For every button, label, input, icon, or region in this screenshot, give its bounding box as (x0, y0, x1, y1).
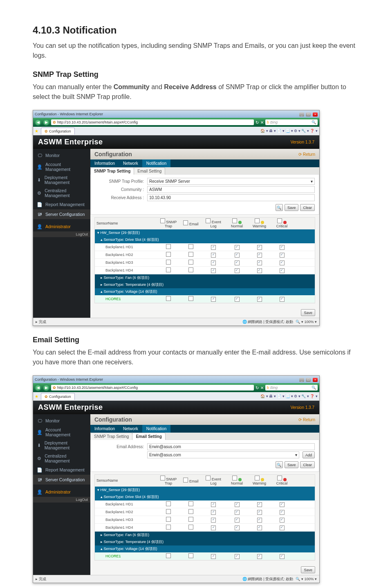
tab-network[interactable]: Network (119, 425, 142, 433)
logout-button[interactable]: LogOut (33, 497, 90, 503)
group-drive-slot[interactable]: ▴ SensorType: Drive Slot (4 個項目) (95, 236, 315, 243)
add-button[interactable]: Add (303, 451, 315, 458)
tab-information[interactable]: Information (90, 425, 119, 433)
sidebar-item-account[interactable]: 👤Account Management (33, 426, 90, 439)
checkbox[interactable] (280, 297, 285, 302)
checkbox[interactable] (188, 267, 193, 272)
favorites-icon[interactable]: ★ (35, 394, 38, 399)
checkbox[interactable] (166, 252, 171, 257)
checkbox[interactable] (280, 518, 285, 523)
minimize-icon[interactable]: _ (299, 112, 304, 117)
checkbox[interactable] (166, 517, 171, 522)
back-icon[interactable]: ◀ (35, 119, 41, 126)
checkbox[interactable] (257, 297, 262, 302)
close-icon[interactable]: × (313, 112, 318, 117)
email-address-input[interactable]: Erwin@asus.com (147, 443, 315, 450)
zoom-level[interactable]: 🔍 ▾ 100% ▾ (296, 577, 317, 581)
checkbox[interactable] (232, 476, 237, 480)
group-drive-slot[interactable]: ▴ SensorType: Drive Slot (4 個項目) (95, 494, 315, 500)
subtab-snmp[interactable]: SNMP Trap Setting (90, 167, 134, 175)
forward-icon[interactable]: ▶ (43, 384, 49, 391)
checkbox[interactable] (235, 510, 240, 515)
checkbox[interactable] (183, 220, 188, 225)
search-go-icon[interactable]: 🔍 (312, 386, 316, 390)
checkbox[interactable] (280, 510, 285, 515)
tab-information[interactable]: Information (90, 159, 119, 167)
ie-toolbar[interactable]: 🏠 ▾ 🖶 ▾ 📄 ▾ 📃 ▾ ⚙ ▾ 🔧 ▾ ❓ ▾ (260, 394, 318, 398)
checkbox[interactable] (280, 245, 285, 250)
subtab-snmp[interactable]: SNMP Trap Setting (90, 433, 132, 440)
sidebar-item-account[interactable]: 👤Account Management (33, 160, 90, 173)
checkbox[interactable] (257, 518, 262, 523)
checkbox[interactable] (232, 218, 237, 223)
search-bar[interactable]: b Bing 🔍 (265, 119, 318, 125)
checkbox[interactable] (166, 244, 171, 249)
clear-button[interactable]: Clear (300, 461, 315, 468)
checkbox[interactable] (280, 554, 285, 559)
save-button[interactable]: Save (285, 461, 299, 468)
favorites-icon[interactable]: ★ (35, 129, 38, 133)
search-go-icon[interactable]: 🔍 (312, 120, 316, 124)
checkbox[interactable] (188, 501, 193, 506)
checkbox[interactable] (257, 245, 262, 250)
checkbox[interactable] (235, 245, 240, 250)
checkbox[interactable] (211, 554, 216, 559)
checkbox[interactable] (211, 260, 216, 265)
checkbox[interactable] (277, 476, 282, 480)
checkbox[interactable] (188, 525, 193, 530)
checkbox[interactable] (183, 478, 188, 483)
checkbox[interactable] (235, 525, 240, 530)
checkbox[interactable] (160, 476, 165, 480)
save-button[interactable]: Save (285, 204, 299, 211)
checkbox[interactable] (280, 525, 285, 530)
sidebar-item-server-config[interactable]: 🖳Server Configuration (33, 475, 90, 485)
tab-notification[interactable]: Notification (142, 159, 170, 167)
logout-button[interactable]: LogOut (33, 231, 90, 237)
group-fan[interactable]: ▸ SensorType: Fan (6 個項目) (95, 532, 315, 539)
checkbox[interactable] (211, 518, 216, 523)
checkbox[interactable] (280, 268, 285, 273)
checkbox[interactable] (211, 297, 216, 302)
checkbox[interactable] (206, 476, 211, 480)
maximize-icon[interactable]: □ (306, 112, 311, 117)
checkbox[interactable] (280, 260, 285, 265)
zoom-level[interactable]: 🔍 ▾ 100% ▾ (296, 320, 317, 324)
tab-notification[interactable]: Notification (142, 425, 170, 433)
checkbox[interactable] (255, 476, 260, 480)
group-temp[interactable]: ▸ SensorType: Temperature (4 個項目) (95, 539, 315, 545)
sidebar-item-deployment[interactable]: ⬇Deployment Management (33, 439, 90, 452)
return-button[interactable]: ⟳Return (298, 152, 315, 157)
checkbox[interactable] (211, 245, 216, 250)
group-hw-sensor[interactable]: ▾ HW_Sensor (29 個項目) (95, 487, 315, 494)
stop-icon[interactable]: ✕ (260, 120, 264, 125)
minimize-icon[interactable]: _ (299, 378, 304, 382)
checkbox[interactable] (166, 267, 171, 272)
sidebar-item-server-config[interactable]: 🖳Server Configuration (33, 209, 90, 219)
checkbox[interactable] (235, 518, 240, 523)
checkbox[interactable] (166, 509, 171, 514)
table-save-button[interactable]: Save (301, 566, 315, 573)
checkbox[interactable] (188, 252, 193, 257)
ie-toolbar[interactable]: 🏠 ▾ 🖶 ▾ 📄 ▾ 📃 ▾ ⚙ ▾ 🔧 ▾ ❓ ▾ (260, 129, 318, 133)
checkbox[interactable] (257, 554, 262, 559)
checkbox[interactable] (257, 268, 262, 273)
return-button[interactable]: ⟳Return (298, 417, 315, 422)
checkbox[interactable] (211, 268, 216, 273)
checkbox[interactable] (257, 510, 262, 515)
checkbox[interactable] (166, 260, 171, 265)
checkbox[interactable] (257, 502, 262, 507)
checkbox[interactable] (166, 553, 171, 558)
checkbox[interactable] (235, 268, 240, 273)
url-bar[interactable]: ✿ http://10.10.43.201/aswment/Main.aspx#… (51, 119, 254, 125)
checkbox[interactable] (188, 509, 193, 514)
checkbox[interactable] (188, 553, 193, 558)
sidebar-item-monitor[interactable]: 🖵Monitor (33, 416, 90, 426)
back-icon[interactable]: ◀ (35, 384, 41, 391)
sidebar-item-report[interactable]: 📄Report Management (33, 465, 90, 475)
group-voltage[interactable]: ▴ SensorType: Voltage (14 個項目) (95, 545, 315, 552)
refresh-icon[interactable]: ↻ (256, 120, 259, 125)
checkbox[interactable] (188, 296, 193, 301)
address-input[interactable]: 10.10.43.90 (147, 194, 315, 201)
community-input[interactable]: ASWM (147, 186, 315, 193)
close-icon[interactable]: × (313, 378, 318, 382)
